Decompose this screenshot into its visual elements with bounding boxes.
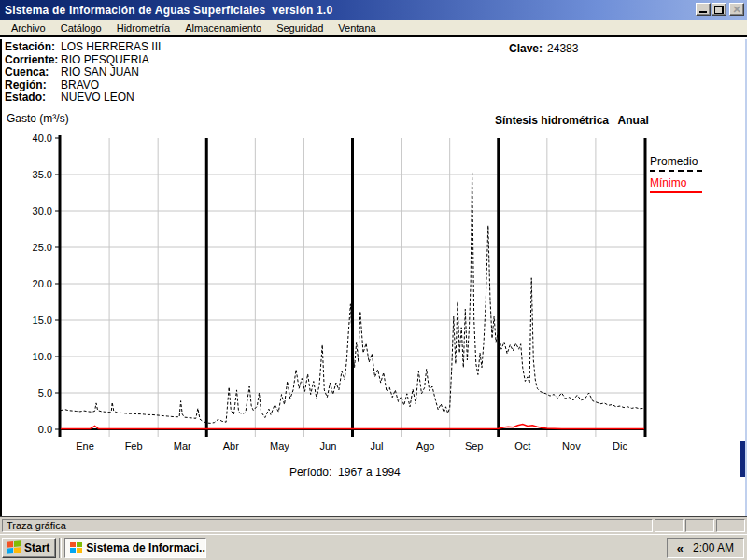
status-bar: Traza gráfica (0, 516, 747, 534)
station-info-row: Cuenca:RIO SAN JUAN (5, 66, 161, 79)
taskbar-task-label: Sistema de Informaci... (86, 541, 206, 554)
menu-bar: ArchivoCatálogoHidrometríaAlmacenamiento… (0, 20, 747, 37)
desktop: Sistema de Información de Aguas Superfic… (0, 0, 747, 560)
legend-line-sample (650, 191, 702, 193)
legend-item-minimo: Mínimo (650, 176, 715, 193)
close-icon: ✕ (732, 5, 740, 14)
station-info-row: Corriente:RIO PESQUERIA (5, 54, 161, 67)
windows-logo-icon (7, 540, 21, 555)
status-panel-3 (716, 519, 745, 532)
tray-clock: 2:00 AM (693, 541, 734, 554)
menu-item-catalogo[interactable]: Catálogo (53, 21, 109, 35)
station-field-value: RIO PESQUERIA (61, 54, 149, 67)
station-field-label: Cuenca: (5, 66, 61, 79)
chart-legend: PromedioMínimo (650, 155, 715, 198)
start-button-label: Start (24, 541, 49, 554)
station-info-row: Región:BRAVO (5, 79, 161, 92)
window-controls: ✕ (696, 3, 744, 16)
close-button[interactable]: ✕ (729, 3, 744, 16)
title-bar: Sistema de Información de Aguas Superfic… (0, 0, 747, 20)
station-field-label: Estado: (5, 91, 61, 105)
taskbar: Start Sistema de Informaci... « 2:00 AM (0, 534, 747, 560)
chart-title: Síntesis hidrométrica Anual (495, 114, 649, 127)
status-message-panel: Traza gráfica (2, 519, 653, 532)
menu-item-almacenamiento[interactable]: Almacenamiento (177, 21, 269, 35)
status-text: Traza gráfica (7, 520, 66, 531)
client-area (0, 39, 747, 516)
station-info: Estación:LOS HERRERAS IIICorriente:RIO P… (5, 41, 161, 105)
station-info-row: Estación:LOS HERRERAS III (5, 41, 161, 54)
menu-item-archivo[interactable]: Archivo (4, 21, 53, 35)
legend-label: Mínimo (650, 176, 715, 189)
restore-icon (714, 6, 724, 14)
station-field-value: RIO SAN JUAN (61, 66, 139, 79)
station-field-label: Corriente: (5, 54, 61, 67)
window-right-border (740, 441, 745, 477)
start-button[interactable]: Start (2, 538, 56, 558)
station-field-label: Región: (5, 79, 61, 92)
taskbar-task-button[interactable]: Sistema de Informaci... (64, 538, 206, 558)
menu-item-seguridad[interactable]: Seguridad (269, 21, 331, 35)
legend-line-sample (650, 170, 702, 172)
system-tray: « 2:00 AM (667, 538, 744, 558)
status-panel-2 (685, 519, 714, 532)
menu-item-hidrometria[interactable]: Hidrometría (109, 21, 177, 35)
station-field-label: Estación: (5, 41, 61, 54)
station-key-value: 24383 (547, 42, 578, 55)
y-axis-title: Gasto (m³/s) (7, 112, 69, 125)
taskbar-divider (59, 538, 62, 558)
minimize-button[interactable] (696, 3, 711, 16)
station-key: Clave:24383 (509, 42, 578, 55)
station-field-value: LOS HERRERAS III (61, 41, 161, 54)
minimize-icon (699, 11, 707, 13)
menu-item-ventana[interactable]: Ventana (331, 21, 383, 35)
legend-item-promedio: Promedio (650, 155, 715, 172)
status-panel-1 (655, 519, 684, 532)
app-icon (70, 542, 82, 553)
legend-label: Promedio (650, 155, 715, 168)
station-field-value: NUEVO LEON (61, 91, 134, 105)
window-title: Sistema de Información de Aguas Superfic… (5, 4, 332, 17)
station-info-row: Estado:NUEVO LEON (5, 91, 161, 105)
station-field-value: BRAVO (61, 79, 99, 92)
tray-chevron-button[interactable]: « (677, 541, 684, 555)
station-key-label: Clave: (509, 42, 543, 55)
restore-button[interactable] (712, 3, 726, 16)
chart-period: Período: 1967 a 1994 (289, 466, 401, 479)
